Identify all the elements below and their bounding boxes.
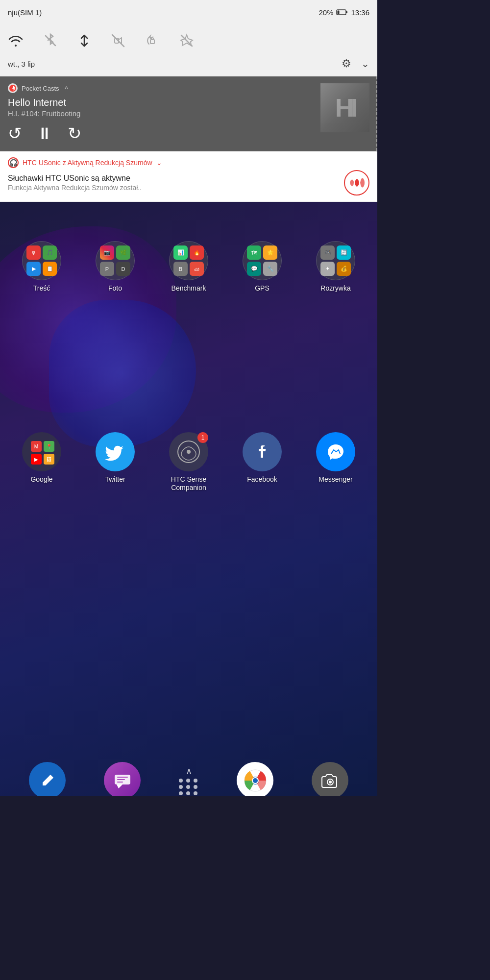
folder-gps-icon: 🗺 🌟 💬 🔧 (243, 241, 282, 280)
blob-2 (49, 300, 196, 447)
dock-app-1[interactable] (29, 762, 66, 796)
folder-foto-label: Foto (108, 284, 122, 292)
mini-icon-red: 🔥 (190, 245, 204, 260)
mini-icon-teal: 💬 (247, 262, 261, 276)
mini-icon-r3: ✦ (320, 262, 335, 276)
folder-rozrywka-icon: 🎮 🔄 ✦ 💰 (316, 241, 355, 280)
status-bar: nju(SIM 1) 20% 13:36 (0, 0, 377, 24)
battery-percent: 20% (318, 8, 333, 17)
folder-tresc-icon: 🎙 🎵 ▶ 📋 (22, 241, 61, 280)
svg-rect-1 (338, 11, 340, 14)
expand-chevron-icon[interactable]: ⌄ (361, 58, 369, 70)
date-text: wt., 3 lip (8, 60, 35, 68)
dock-chrome[interactable] (237, 762, 273, 796)
quick-settings-panel[interactable]: wt., 3 lip ⚙ ⌄ (0, 24, 377, 76)
date-row: wt., 3 lip ⚙ ⌄ (8, 55, 369, 73)
mini-icon-gray2: B (173, 262, 188, 276)
notif-header: Pocket Casts ^ (8, 83, 369, 93)
carrier-text: nju(SIM 1) (8, 8, 42, 17)
htcsense-label: HTC Sense Companion (171, 475, 206, 492)
htcsense-badge: 1 (197, 432, 208, 443)
dock-app-2-icon (104, 762, 141, 796)
folder-benchmark-label: Benchmark (172, 284, 206, 292)
google-label: Google (30, 475, 52, 483)
camera-icon (312, 762, 348, 796)
mini-icon-4: 📋 (43, 262, 57, 276)
folder-rozrywka-label: Rozrywka (320, 284, 350, 292)
app-google[interactable]: M 📍 ▶ 🖼 Google (12, 432, 71, 492)
app-htcsense[interactable]: 1 HTC Sense Companion (159, 432, 218, 492)
twitter-label: Twitter (105, 475, 125, 483)
home-screen: 🎙 🎵 ▶ 📋 Treść 📷 🌿 P D Foto 📊 🔥 B 🏎 (0, 202, 377, 796)
wifi-icon[interactable] (8, 34, 24, 51)
battery-icon (336, 9, 348, 16)
svg-point-9 (12, 88, 13, 89)
dock-app-2[interactable] (104, 762, 141, 796)
forward-button[interactable]: ↻ (68, 123, 81, 143)
app-facebook[interactable]: Facebook (233, 432, 292, 492)
folder-foto[interactable]: 📷 🌿 P D Foto (86, 241, 145, 292)
silent-icon[interactable] (111, 33, 125, 51)
mini-icon-r4: 💰 (337, 262, 351, 276)
mini-icon-r2: 🔄 (337, 245, 351, 260)
mini-icon-green: 🌿 (116, 245, 130, 260)
htcsense-icon: 1 (169, 432, 208, 471)
date-icons: ⚙ ⌄ (342, 57, 369, 70)
folder-rozrywka[interactable]: 🎮 🔄 ✦ 💰 Rozrywka (306, 241, 365, 292)
rewind-button[interactable]: ↺ (8, 123, 22, 143)
htc-title: Słuchawki HTC USonic są aktywne (8, 174, 142, 183)
app-messenger[interactable]: Messenger (306, 432, 365, 492)
messenger-icon (316, 432, 355, 471)
notif-subtitle: H.I. #104: Fruitbooting (8, 109, 369, 118)
settings-gear-icon[interactable]: ⚙ (342, 57, 351, 70)
quick-icons-row (8, 29, 369, 55)
google-icon: M 📍 ▶ 🖼 (22, 432, 61, 471)
htc-header: 🎧 HTC USonic z Aktywną Redukcją Szumów ⌄ (8, 157, 369, 168)
svg-line-5 (112, 35, 124, 47)
data-transfer-icon[interactable] (77, 33, 91, 51)
mini-icon-chart: 📊 (173, 245, 188, 260)
app-folders-row: 🎙 🎵 ▶ 📋 Treść 📷 🌿 P D Foto 📊 🔥 B 🏎 (0, 241, 377, 292)
notif-title: Hello Internet (8, 97, 369, 108)
apps-row: M 📍 ▶ 🖼 Google Twitter (0, 432, 377, 492)
mini-icon-race: 🏎 (190, 262, 204, 276)
htc-app-name: HTC USonic z Aktywną Redukcją Szumów (23, 159, 152, 167)
messenger-label: Messenger (318, 475, 352, 483)
app-drawer-button[interactable]: ∧ (179, 766, 198, 795)
pause-button[interactable]: ⏸ (36, 124, 53, 143)
app-twitter[interactable]: Twitter (86, 432, 145, 492)
folder-gps[interactable]: 🗺 🌟 💬 🔧 GPS (233, 241, 292, 292)
svg-line-7 (181, 35, 192, 46)
facebook-label: Facebook (247, 475, 277, 483)
htc-subtitle: Funkcja Aktywna Redukcja Szumów został.. (8, 184, 142, 192)
folder-tresc[interactable]: 🎙 🎵 ▶ 📋 Treść (12, 241, 71, 292)
folder-foto-icon: 📷 🌿 P D (96, 241, 135, 280)
pocket-casts-notification[interactable]: Pocket Casts ^ Hello Internet H.I. #104:… (0, 76, 377, 151)
notif-expand-icon: ^ (65, 85, 68, 92)
chrome-icon (237, 762, 273, 796)
svg-point-16 (253, 778, 258, 783)
mini-icon-1: 🎙 (26, 245, 41, 260)
status-right: 20% 13:36 (318, 8, 369, 17)
mini-icon-2: 🎵 (43, 245, 57, 260)
airplane-icon[interactable] (179, 33, 194, 51)
mini-icon-insta: 📷 (100, 245, 114, 260)
mini-icon-r1: 🎮 (320, 245, 335, 260)
mini-icon-3: ▶ (26, 262, 41, 276)
drawer-arrow-icon: ∧ (186, 766, 192, 777)
folder-gps-label: GPS (255, 284, 270, 292)
htc-badge (344, 170, 369, 196)
dock-camera[interactable] (312, 762, 348, 796)
artwork-letters: HI (335, 93, 355, 122)
htc-chevron-icon: ⌄ (156, 159, 162, 167)
mini-icon-dji: D (116, 262, 130, 276)
bluetooth-icon[interactable] (43, 33, 58, 51)
folder-benchmark[interactable]: 📊 🔥 B 🏎 Benchmark (159, 241, 218, 292)
dock-app-1-icon (29, 762, 66, 796)
folder-tresc-label: Treść (33, 284, 50, 292)
podcast-artwork: HI (320, 83, 369, 132)
htc-usonic-notification[interactable]: 🎧 HTC USonic z Aktywną Redukcją Szumów ⌄… (0, 151, 377, 202)
app-drawer-dots (179, 779, 198, 795)
rotation-lock-icon[interactable] (145, 33, 160, 51)
svg-point-18 (329, 781, 332, 784)
